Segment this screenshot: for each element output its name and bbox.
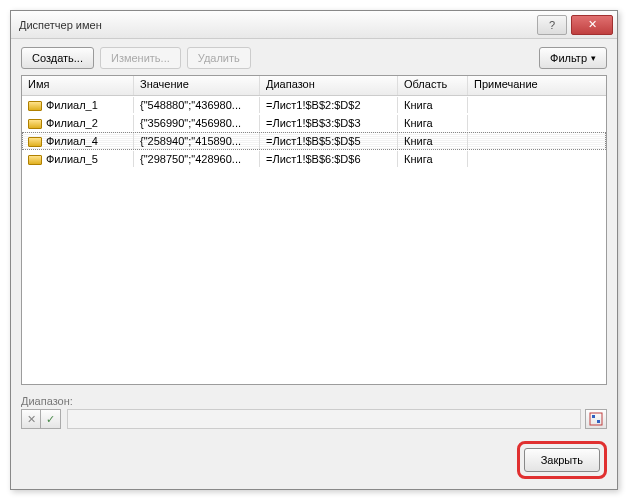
svg-rect-1 [592,415,595,418]
row-name: Филиал_2 [46,117,98,129]
range-label: Диапазон: [21,395,607,407]
row-name: Филиал_1 [46,99,98,111]
col-note[interactable]: Примечание [468,76,606,95]
toolbar: Создать... Изменить... Удалить Фильтр ▾ [21,47,607,69]
svg-rect-2 [597,420,600,423]
delete-button: Удалить [187,47,251,69]
row-scope: Книга [398,115,468,131]
create-button[interactable]: Создать... [21,47,94,69]
window-close-button[interactable]: ✕ [571,15,613,35]
col-value[interactable]: Значение [134,76,260,95]
row-value: {"356990";"456980... [134,115,260,131]
name-icon [28,137,42,147]
filter-button[interactable]: Фильтр ▾ [539,47,607,69]
chevron-down-icon: ▾ [591,53,596,63]
name-icon [28,101,42,111]
accept-range-icon[interactable]: ✓ [41,409,61,429]
name-icon [28,119,42,129]
collapse-dialog-icon[interactable] [585,409,607,429]
close-highlight: Закрыть [517,441,607,479]
row-range: =Лист1!$B$6:$D$6 [260,151,398,167]
col-name[interactable]: Имя [22,76,134,95]
row-range: =Лист1!$B$3:$D$3 [260,115,398,131]
table-row[interactable]: Филиал_5{"298750";"428960...=Лист1!$B$6:… [22,150,606,168]
row-scope: Книга [398,97,468,113]
name-manager-dialog: Диспетчер имен ? ✕ Создать... Изменить..… [10,10,618,490]
titlebar: Диспетчер имен ? ✕ [11,11,617,39]
row-range: =Лист1!$B$5:$D$5 [260,133,398,149]
row-scope: Книга [398,151,468,167]
list-body[interactable]: Филиал_1{"548880";"436980...=Лист1!$B$2:… [22,96,606,384]
row-value: {"548880";"436980... [134,97,260,113]
row-value: {"298750";"428960... [134,151,260,167]
table-row[interactable]: Филиал_1{"548880";"436980...=Лист1!$B$2:… [22,96,606,114]
edit-button: Изменить... [100,47,181,69]
row-range: =Лист1!$B$2:$D$2 [260,97,398,113]
row-note [468,103,606,107]
list-header: Имя Значение Диапазон Область Примечание [22,76,606,96]
name-icon [28,155,42,165]
window-title: Диспетчер имен [19,19,537,31]
help-button[interactable]: ? [537,15,567,35]
row-name: Филиал_5 [46,153,98,165]
row-name: Филиал_4 [46,135,98,147]
svg-rect-0 [590,413,602,425]
row-note [468,157,606,161]
row-scope: Книга [398,133,468,149]
row-note [468,139,606,143]
filter-label: Фильтр [550,52,587,64]
table-row[interactable]: Филиал_4{"258940";"415890...=Лист1!$B$5:… [22,132,606,150]
row-value: {"258940";"415890... [134,133,260,149]
close-button[interactable]: Закрыть [524,448,600,472]
cancel-range-icon[interactable]: ✕ [21,409,41,429]
col-range[interactable]: Диапазон [260,76,398,95]
row-note [468,121,606,125]
table-row[interactable]: Филиал_2{"356990";"456980...=Лист1!$B$3:… [22,114,606,132]
names-list: Имя Значение Диапазон Область Примечание… [21,75,607,385]
col-scope[interactable]: Область [398,76,468,95]
range-input [67,409,581,429]
